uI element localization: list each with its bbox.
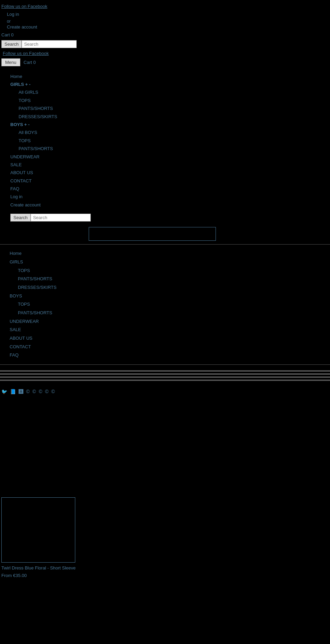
product-spacer-top: [1, 401, 329, 497]
cart-text-menu-bar[interactable]: Cart 0: [24, 60, 36, 65]
nav2-contact[interactable]: CONTACT: [10, 343, 330, 351]
search-button-nav[interactable]: Search: [10, 214, 31, 222]
middle-box: [89, 227, 216, 241]
search-bar-top: Search: [0, 39, 330, 49]
product-price: From €35.00: [1, 573, 329, 578]
nav-contact[interactable]: CONTACT: [10, 177, 330, 185]
create-account-link-top[interactable]: Create account: [7, 24, 330, 31]
nav2-faq[interactable]: FAQ: [10, 351, 330, 360]
social-icon-6[interactable]: ©: [39, 389, 42, 394]
nav-boys[interactable]: BOYS + -: [10, 121, 330, 128]
nav-faq[interactable]: FAQ: [10, 185, 330, 193]
menu-cart-bar: Menu Cart 0: [0, 57, 330, 68]
nav2-about-us[interactable]: ABOUT US: [10, 334, 330, 343]
nav2-boys[interactable]: BOYS: [10, 292, 330, 301]
divider-2: [0, 364, 330, 365]
twitter-icon[interactable]: 🐦: [1, 389, 7, 394]
nav2-girls[interactable]: GIRLS: [10, 258, 330, 267]
menu-button[interactable]: Menu: [1, 58, 20, 66]
nav-home[interactable]: Home: [10, 72, 330, 80]
cart-bar-top[interactable]: Cart 0: [0, 31, 330, 39]
nav2-girls-pants-shorts[interactable]: PANTS/SHORTS: [18, 275, 330, 283]
social-icon-3[interactable]: 🅰: [19, 389, 23, 394]
social-icon-4[interactable]: ©: [26, 389, 30, 394]
nav-girls-pants-shorts[interactable]: PANTS/SHORTS: [19, 104, 330, 112]
product-section: Twirl Dress Blue Floral - Short Sleeve F…: [0, 398, 330, 581]
nav2-boys-sub: TOPS PANTS/SHORTS: [10, 300, 330, 317]
nav2-boys-pants-shorts[interactable]: PANTS/SHORTS: [18, 309, 330, 317]
nav-all-boys[interactable]: All BOYS: [19, 128, 330, 136]
nav-boys-tops[interactable]: TOPS: [19, 137, 330, 145]
bottom-spacer: [0, 581, 330, 644]
nav-login[interactable]: Log in: [10, 193, 330, 201]
search-input-top[interactable]: [22, 40, 77, 48]
secondary-nav-menu: Home GIRLS TOPS PANTS/SHORTS DRESSES/SKI…: [0, 247, 330, 362]
ham-line-4: [0, 380, 330, 381]
login-link-top[interactable]: Log in: [7, 11, 330, 18]
ham-line-3: [0, 376, 330, 378]
nav2-girls-tops[interactable]: TOPS: [18, 267, 330, 275]
nav-search-row: Search: [0, 212, 330, 224]
follow-facebook-second-link[interactable]: Follow us on Facebook: [1, 51, 49, 56]
nav-sale[interactable]: SALE: [10, 161, 330, 169]
nav-girls-sub: All GIRLS TOPS PANTS/SHORTS DRESSES/SKIR…: [10, 88, 330, 121]
search-button-top[interactable]: Search: [1, 40, 22, 48]
social-icons-row: 🐦 📘 🅰 © © © © ©: [0, 385, 330, 398]
auth-links: Log in or Create account: [0, 9, 330, 31]
nav-girls-tops[interactable]: TOPS: [19, 97, 330, 104]
follow-facebook-second-wrapper: Follow us on Facebook: [0, 49, 330, 57]
social-icon-7[interactable]: ©: [45, 389, 48, 394]
divider-1: [0, 244, 330, 245]
social-icon-5[interactable]: ©: [32, 389, 36, 394]
product-title[interactable]: Twirl Dress Blue Floral - Short Sleeve: [1, 565, 329, 572]
hamburger-section: [0, 368, 330, 385]
nav2-girls-sub: TOPS PANTS/SHORTS DRESSES/SKIRTS: [10, 267, 330, 292]
social-icon-8[interactable]: ©: [51, 389, 55, 394]
follow-facebook-top-link[interactable]: Follow us on Facebook: [0, 4, 47, 9]
nav2-sale[interactable]: SALE: [10, 326, 330, 334]
nav-underwear[interactable]: UNDERWEAR: [10, 153, 330, 161]
product-image[interactable]: [1, 497, 75, 563]
nav-boys-pants-shorts[interactable]: PANTS/SHORTS: [19, 145, 330, 152]
ham-line-1: [0, 370, 330, 372]
facebook-icon[interactable]: 📘: [10, 389, 16, 394]
nav-girls[interactable]: GIRLS + -: [10, 80, 330, 88]
nav-all-girls[interactable]: All GIRLS: [19, 88, 330, 96]
nav-about-us[interactable]: ABOUT US: [10, 169, 330, 177]
nav2-girls-dresses-skirts[interactable]: DRESSES/SKIRTS: [18, 283, 330, 292]
nav2-boys-tops[interactable]: TOPS: [18, 300, 330, 309]
search-input-nav[interactable]: [31, 214, 91, 222]
nav2-home[interactable]: Home: [10, 249, 330, 258]
ham-line-2: [0, 373, 330, 375]
nav-boys-sub: All BOYS TOPS PANTS/SHORTS: [10, 128, 330, 152]
nav2-underwear[interactable]: UNDERWEAR: [10, 317, 330, 326]
nav-create-account[interactable]: Create account: [10, 201, 330, 209]
primary-nav-menu: Home GIRLS + - All GIRLS TOPS PANTS/SHOR…: [0, 70, 330, 212]
or-text: or: [7, 19, 11, 24]
nav-girls-dresses-skirts[interactable]: DRESSES/SKIRTS: [19, 113, 330, 121]
top-bar: Follow us on Facebook Log in or Create a…: [0, 0, 330, 70]
